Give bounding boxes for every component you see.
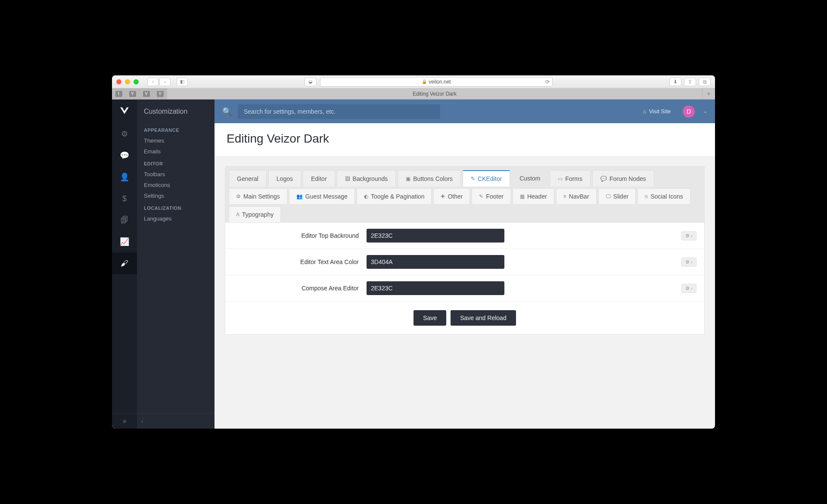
content: General Logos Editor 🖼Backgrounds ▣Butto… — [215, 156, 715, 429]
topbar: 🔍 ⌂ Visit Site D ⌄ — [215, 100, 715, 123]
subtab-guest-message[interactable]: 👥Guest Message — [289, 188, 355, 205]
side-link-emails[interactable]: Emails — [137, 146, 215, 157]
side-section-appearance: APPEARANCE — [137, 123, 215, 135]
bars-icon: ≡ — [563, 193, 566, 199]
subtab-header[interactable]: ▦Header — [513, 188, 554, 205]
gear-icon: ⚙ — [685, 233, 690, 239]
comments-icon: 💬 — [600, 176, 607, 182]
tabs-overview-button[interactable]: ⧉ — [699, 78, 711, 86]
subtab-main-settings[interactable]: ⚙Main Settings — [229, 188, 287, 205]
app-logo[interactable] — [112, 100, 137, 123]
settings-card: General Logos Editor 🖼Backgrounds ▣Butto… — [225, 166, 705, 335]
side-panel: Customization APPEARANCE Themes Emails E… — [137, 100, 215, 429]
save-reload-button[interactable]: Save and Reload — [451, 310, 516, 326]
grid-icon: ▦ — [520, 193, 525, 199]
side-link-themes[interactable]: Themes — [137, 135, 215, 146]
new-tab-button[interactable]: + — [702, 88, 715, 99]
field-input[interactable] — [367, 255, 504, 269]
field-compose-area-editor: Compose Area Editor ⚙› — [225, 275, 704, 302]
subtab-social-icons[interactable]: ⎋Social Icons — [637, 188, 690, 205]
reload-icon[interactable]: ⟳ — [545, 79, 550, 85]
save-button[interactable]: Save — [414, 310, 446, 326]
users-icon: 👥 — [296, 193, 303, 199]
side-link-toolbars[interactable]: Toolbars — [137, 169, 215, 180]
maximize-window-button[interactable] — [134, 79, 139, 84]
field-options-button[interactable]: ⚙› — [681, 231, 696, 240]
cog-icon: ⚙ — [236, 193, 241, 199]
tab-forum-nodes[interactable]: 💬Forum Nodes — [592, 170, 654, 187]
pencil-icon: ✎ — [479, 193, 483, 199]
icon-rail: ⚙ 💬 👤 $ 🗐 📈 🖌 ≡ — [112, 100, 137, 429]
subtab-toggle-pagination[interactable]: ◐Toogle & Pagination — [357, 188, 432, 205]
browser-tab-strip: I Y V V Editing Veizor Dark + — [112, 88, 715, 100]
field-input[interactable] — [367, 229, 504, 243]
downloads-button[interactable]: ⬇ — [669, 78, 681, 86]
tab-custom[interactable]: Custom — [512, 170, 548, 187]
side-panel-title: Customization — [137, 100, 215, 123]
pinned-tab[interactable]: V — [153, 88, 167, 99]
primary-tabs: General Logos Editor 🖼Backgrounds ▣Butto… — [225, 167, 704, 187]
pinned-tab[interactable]: I — [112, 88, 126, 99]
tab-forms[interactable]: ▭Forms — [550, 170, 591, 187]
rail-menu-icon[interactable]: ≡ — [112, 413, 137, 429]
main-area: 🔍 ⌂ Visit Site D ⌄ Editing Veizor Dark G… — [215, 100, 715, 429]
browser-window: ‹ › ◧ ◒ 🔒 veilon.net ⟳ ⬇ ⇪ ⧉ I Y V V Edi… — [112, 75, 715, 429]
side-link-languages[interactable]: Languages — [137, 213, 215, 224]
visit-site-link[interactable]: ⌂ Visit Site — [643, 108, 671, 115]
chevron-down-icon[interactable]: ⌄ — [703, 109, 707, 114]
side-section-localization: LOCALIZATION — [137, 201, 215, 213]
pinned-tab[interactable]: Y — [126, 88, 140, 99]
tab-ckeditor[interactable]: ✎CKEditor — [463, 170, 510, 187]
tab-editor[interactable]: Editor — [303, 170, 335, 187]
side-link-settings[interactable]: Settings — [137, 190, 215, 201]
url-field[interactable]: 🔒 veilon.net ⟳ — [320, 77, 553, 87]
tab-logos[interactable]: Logos — [268, 170, 301, 187]
side-link-emoticons[interactable]: Emoticons — [137, 180, 215, 190]
titlebar: ‹ › ◧ ◒ 🔒 veilon.net ⟳ ⬇ ⇪ ⧉ — [112, 75, 715, 88]
rail-user-icon[interactable]: 👤 — [112, 166, 137, 188]
subtab-slider[interactable]: 🖵Slider — [598, 188, 636, 205]
search-input[interactable] — [238, 104, 440, 119]
field-input[interactable] — [367, 281, 504, 295]
visit-site-label: Visit Site — [649, 108, 671, 115]
tab-backgrounds[interactable]: 🖼Backgrounds — [337, 170, 396, 187]
subtab-other[interactable]: ✚Other — [433, 188, 470, 205]
square-icon: ▣ — [406, 176, 410, 182]
field-label: Editor Text Area Color — [233, 258, 367, 265]
rail-commerce-icon[interactable]: $ — [112, 188, 137, 209]
tab-general[interactable]: General — [229, 170, 267, 187]
home-icon: ⌂ — [643, 108, 647, 115]
forward-button[interactable]: › — [159, 78, 171, 86]
subtab-footer[interactable]: ✎Footer — [472, 188, 510, 205]
side-section-editor: EDITOR — [137, 157, 215, 169]
field-options-button[interactable]: ⚙› — [681, 258, 696, 267]
sidebar-toggle-button[interactable]: ◧ — [177, 78, 188, 86]
gear-icon: ⚙ — [685, 259, 690, 265]
chevron-right-icon: › — [691, 286, 693, 291]
pinned-tab[interactable]: V — [140, 88, 153, 99]
minimize-window-button[interactable] — [125, 79, 130, 84]
active-tab-title[interactable]: Editing Veizor Dark — [167, 88, 702, 99]
chevron-right-icon: › — [691, 233, 693, 238]
rail-chat-icon[interactable]: 💬 — [112, 145, 137, 166]
close-window-button[interactable] — [116, 79, 121, 84]
tab-buttons-colors[interactable]: ▣Buttons Colors — [398, 170, 461, 187]
rail-settings-icon[interactable]: ⚙ — [112, 123, 137, 145]
toggle-icon: ◐ — [364, 193, 368, 199]
side-collapse-button[interactable]: ‹ — [137, 413, 215, 429]
url-host: veilon.net — [429, 79, 451, 85]
subtab-navbar[interactable]: ≡NavBar — [556, 188, 597, 205]
back-button[interactable]: ‹ — [147, 78, 159, 86]
monitor-icon: 🖵 — [606, 193, 611, 199]
traffic-lights — [116, 79, 139, 84]
rail-stats-icon[interactable]: 📈 — [112, 231, 137, 252]
privacy-shield-button[interactable]: ◒ — [305, 78, 317, 86]
share-button[interactable]: ⇪ — [684, 78, 696, 86]
chevron-right-icon: › — [691, 259, 693, 264]
user-avatar[interactable]: D — [683, 106, 695, 118]
rail-customization-icon[interactable]: 🖌 — [112, 252, 137, 274]
field-options-button[interactable]: ⚙› — [681, 284, 696, 293]
rail-pages-icon[interactable]: 🗐 — [112, 209, 137, 231]
subtab-typography[interactable]: ATypography — [229, 206, 281, 223]
field-label: Compose Area Editor — [233, 285, 367, 292]
